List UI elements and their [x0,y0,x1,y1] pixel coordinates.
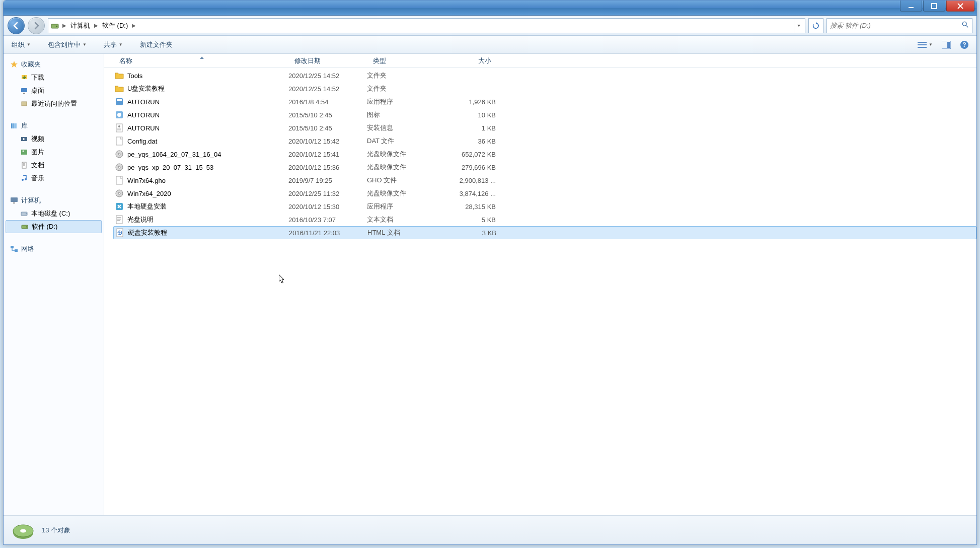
file-date: 2019/9/7 19:25 [288,177,367,184]
explorer-window: ▶ 计算机 ▶ 软件 (D:) ▶ 组织 ▼ 包含到库中 ▼ [3,0,977,545]
breadcrumb-computer[interactable]: 计算机 [68,20,92,31]
file-icon [115,228,125,238]
svg-rect-25 [11,197,18,202]
breadcrumb-current[interactable]: 软件 (D:) [100,20,130,31]
file-size: 10 KB [445,111,496,119]
file-date: 2020/10/12 15:36 [288,164,367,171]
file-icon [114,201,124,212]
sidebar-recent[interactable]: 最近访问的位置 [4,97,104,110]
command-bar: 组织 ▼ 包含到库中 ▼ 共享 ▼ 新建文件夹 ▼ ? [4,36,976,54]
svg-rect-22 [22,162,26,168]
file-row[interactable]: 本地硬盘安装2020/10/12 15:30应用程序28,315 KB [113,200,976,213]
status-text: 13 个对象 [42,526,70,535]
column-date[interactable]: 修改日期 [289,54,368,67]
documents-label: 文档 [31,161,44,170]
sidebar-drive-c[interactable]: 本地磁盘 (C:) [4,207,104,220]
preview-pane-button[interactable] [939,38,953,51]
file-name: Win7x64.gho [127,177,288,184]
sidebar-pictures[interactable]: 图片 [4,146,104,159]
sidebar-drive-d[interactable]: 软件 (D:) [6,220,102,233]
file-icon [114,149,124,159]
sidebar-music[interactable]: 音乐 [4,172,104,185]
file-icon [114,175,124,185]
search-box[interactable] [826,18,972,33]
chevron-right-icon: ▶ [94,23,98,28]
file-row[interactable]: pe_yqs_1064_20_07_31_16_042020/10/12 15:… [113,148,976,161]
recent-icon [20,100,28,108]
file-size: 3,874,126 ... [445,190,496,197]
svg-text:?: ? [962,41,966,48]
download-icon [20,74,28,82]
search-input[interactable] [830,22,962,29]
file-list[interactable]: Tools2020/12/25 14:52文件夹U盘安装教程2020/12/25… [104,68,976,515]
share-label: 共享 [104,40,117,49]
file-date: 2016/10/23 7:07 [288,216,367,224]
svg-rect-0 [909,7,914,8]
forward-button[interactable] [28,17,45,34]
picture-icon [20,148,28,157]
chevron-down-icon: ▼ [119,42,123,47]
sidebar-videos[interactable]: 视频 [4,132,104,146]
favorites-label: 收藏夹 [21,60,41,69]
share-menu[interactable]: 共享 ▼ [101,38,126,51]
libraries-group[interactable]: 库 [4,119,104,132]
column-name[interactable]: 名称 ▲ [114,54,289,67]
svg-rect-32 [15,249,18,252]
recent-label: 最近访问的位置 [31,99,77,108]
drive-icon [20,223,29,231]
organize-menu[interactable]: 组织 ▼ [9,38,34,51]
column-headers: 名称 ▲ 修改日期 类型 大小 [104,54,976,68]
svg-point-28 [26,214,27,215]
file-type: HTML 文档 [367,228,446,237]
computer-group[interactable]: 计算机 [4,194,104,207]
help-button[interactable]: ? [957,38,971,51]
favorites-group[interactable]: 收藏夹 [4,58,104,71]
column-type-label: 类型 [373,56,386,65]
file-date: 2015/5/10 2:45 [288,124,367,132]
file-row[interactable]: AUTORUN2015/5/10 2:45安装信息1 KB [113,121,976,134]
downloads-label: 下载 [31,73,44,82]
navigation-bar: ▶ 计算机 ▶ 软件 (D:) ▶ [4,16,976,36]
file-date: 2020/12/25 11:32 [288,190,367,197]
svg-point-43 [118,166,120,168]
star-icon [10,60,18,69]
file-row[interactable]: AUTORUN2016/1/8 4:54应用程序1,926 KB [113,95,976,108]
refresh-button[interactable] [808,18,823,33]
file-row[interactable]: 光盘说明2016/10/23 7:07文本文档5 KB [113,213,976,226]
svg-point-24 [25,178,27,180]
new-folder-button[interactable]: 新建文件夹 [137,38,176,51]
address-bar[interactable]: ▶ 计算机 ▶ 软件 (D:) ▶ [48,18,805,33]
maximize-button[interactable] [923,1,945,12]
close-button[interactable] [946,1,974,12]
titlebar[interactable] [4,1,976,16]
view-mode-button[interactable]: ▼ [915,40,935,50]
file-name: Win7x64_2020 [127,190,288,197]
file-icon [114,97,124,107]
file-row[interactable]: U盘安装教程2020/12/25 14:52文件夹 [113,82,976,95]
file-icon [114,123,124,133]
address-dropdown[interactable] [794,19,803,33]
file-row[interactable]: Win7x64.gho2019/9/7 19:25GHO 文件2,900,813… [113,174,976,187]
sidebar-desktop[interactable]: 桌面 [4,84,104,97]
file-row[interactable]: Tools2020/12/25 14:52文件夹 [113,69,976,82]
column-size[interactable]: 大小 [446,54,497,67]
file-row[interactable]: AUTORUN2015/5/10 2:45图标10 KB [113,108,976,121]
include-in-library-menu[interactable]: 包含到库中 ▼ [45,38,90,51]
minimize-button[interactable] [900,1,922,12]
back-button[interactable] [8,17,25,34]
sidebar-downloads[interactable]: 下载 [4,71,104,84]
network-group[interactable]: 网络 [4,242,104,255]
sidebar-documents[interactable]: 文档 [4,159,104,172]
column-type[interactable]: 类型 [368,54,446,67]
file-type: GHO 文件 [367,176,445,185]
file-row[interactable]: Win7x64_20202020/12/25 11:32光盘映像文件3,874,… [113,187,976,200]
file-type: 光盘映像文件 [367,163,445,172]
file-icon [114,162,124,172]
computer-label: 计算机 [21,196,41,205]
chevron-right-icon: ▶ [132,23,136,28]
file-row[interactable]: pe_yqs_xp_20_07_31_15_532020/10/12 15:36… [113,161,976,174]
file-size: 279,696 KB [445,164,496,171]
file-row[interactable]: 硬盘安装教程2016/11/21 22:03HTML 文档3 KB [113,226,976,239]
file-row[interactable]: Config.dat2020/10/12 15:42DAT 文件36 KB [113,134,976,148]
column-size-label: 大小 [478,56,491,65]
